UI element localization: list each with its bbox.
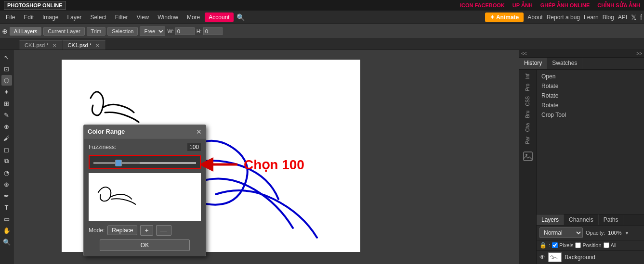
panel-cha[interactable]: Cha	[524, 121, 531, 134]
all-check[interactable]: All	[604, 242, 617, 248]
menu-api[interactable]: API	[618, 14, 627, 21]
menu-filter[interactable]: Filter	[111, 13, 132, 22]
panel-collapse-right[interactable]: >>	[636, 51, 642, 56]
menu-layer[interactable]: Layer	[63, 13, 85, 22]
clone-stamp-tool[interactable]: ⊛	[1, 179, 12, 189]
pixels-check[interactable]: Pixels	[552, 242, 573, 248]
color-range-dialog: Color Range ✕ Fuzziness: 100	[83, 125, 206, 256]
tab-0[interactable]: CK1.psd * ✕	[19, 40, 63, 50]
menu-image[interactable]: Image	[39, 13, 62, 22]
blend-mode-select[interactable]: Normal	[539, 227, 583, 238]
layer-controls: Normal Opacity: 100% ▼	[537, 226, 644, 240]
right-panel: << >> History Swatches Inf Pro CSS Bru C…	[519, 50, 644, 264]
menu-about[interactable]: About	[527, 14, 542, 21]
panel-sidebar: Inf Pro CSS Bru Cha Par	[519, 70, 537, 264]
mode-sub-button[interactable]: —	[156, 225, 171, 236]
tab-1[interactable]: CK1.psd * ✕	[63, 40, 106, 50]
eyedropper-tool[interactable]: ✎	[1, 110, 12, 120]
brand-link-icon-fb[interactable]: ICON FACEBOOK	[460, 2, 505, 9]
history-crop[interactable]: Crop Tool	[539, 110, 642, 120]
layer-thumbnail	[548, 252, 562, 262]
tab-close-1[interactable]: ✕	[94, 43, 100, 48]
w-input[interactable]	[175, 27, 195, 35]
eraser-tool[interactable]: ◻	[1, 144, 12, 155]
facebook-icon[interactable]: f	[640, 13, 642, 21]
svg-rect-4	[524, 152, 532, 161]
pen-tool[interactable]: ✒	[1, 190, 12, 201]
left-toolbar: ↖ ⊡ ⬡ ✦ ⊞ ✎ ⊕ 🖌 ◻ ⧉ ◔ ⊛ ✒ T ▭ ✋ 🔍	[0, 50, 13, 264]
paint-bucket-tool[interactable]: ⧉	[1, 156, 12, 166]
panel-css[interactable]: CSS	[524, 94, 531, 108]
selection-button[interactable]: Selection	[107, 27, 138, 36]
menu-window[interactable]: Window	[154, 13, 182, 22]
tab-paths[interactable]: Paths	[599, 214, 624, 225]
history-swatches-tabs: History Swatches	[519, 58, 644, 70]
magic-wand-tool[interactable]: ✦	[1, 87, 12, 97]
tab-channels[interactable]: Channels	[564, 214, 599, 225]
panel-pro[interactable]: Pro	[524, 82, 531, 93]
fuzziness-label: Fuzziness:	[89, 144, 116, 151]
opacity-value: 100%	[608, 230, 621, 236]
arrow-tool[interactable]: ↖	[1, 52, 12, 63]
arrow-svg	[201, 155, 240, 174]
menu-more[interactable]: More	[183, 13, 204, 22]
tab-swatches[interactable]: Swatches	[547, 58, 582, 69]
menu-report-bug[interactable]: Report a bug	[547, 14, 580, 21]
menu-learn[interactable]: Learn	[584, 14, 599, 21]
panel-collapse-left[interactable]: <<	[521, 51, 527, 56]
lasso-tool[interactable]: ⬡	[1, 75, 12, 86]
history-rotate-1[interactable]: Rotate	[539, 91, 642, 101]
menu-edit[interactable]: Edit	[20, 13, 38, 22]
canvas-area[interactable]: Color Range ✕ Fuzziness: 100	[13, 50, 519, 264]
layer-row[interactable]: 👁 Background	[537, 251, 644, 264]
hand-tool[interactable]: ✋	[1, 225, 12, 236]
mode-select[interactable]: Free	[140, 26, 165, 36]
crop-tool[interactable]: ⊞	[1, 98, 12, 109]
trim-button[interactable]: Trim	[87, 27, 106, 36]
position-check[interactable]: Position	[575, 242, 601, 248]
animate-button[interactable]: ✦ Animate	[485, 13, 524, 22]
blur-tool[interactable]: ◔	[1, 167, 12, 178]
fuzziness-value: 100	[187, 143, 201, 151]
panel-image-icon[interactable]	[523, 151, 533, 163]
dialog-body: Fuzziness: 100	[84, 138, 206, 256]
mode-replace-button[interactable]: Replace	[107, 226, 137, 235]
all-layers-button[interactable]: All Layers	[10, 27, 41, 36]
menu-file[interactable]: File	[2, 13, 19, 22]
panel-inf[interactable]: Inf	[524, 72, 531, 81]
history-rotate-2[interactable]: Rotate	[539, 101, 642, 110]
fuzziness-slider[interactable]	[93, 162, 196, 164]
tab-history[interactable]: History	[519, 58, 547, 69]
selection-tool[interactable]: ⊡	[1, 63, 12, 74]
brand-link-chinh-sua[interactable]: CHỈNH SỬA ẢNH	[597, 2, 640, 9]
dialog-close-button[interactable]: ✕	[196, 128, 202, 135]
brand-bar: PHOTOSHOP ONLINE ICON FACEBOOK UP ẢNH GH…	[0, 0, 644, 11]
ok-button[interactable]: OK	[100, 239, 189, 251]
workspace: ↖ ⊡ ⬡ ✦ ⊞ ✎ ⊕ 🖌 ◻ ⧉ ◔ ⊛ ✒ T ▭ ✋ 🔍	[0, 50, 644, 264]
brand-link-ghep[interactable]: GHÉP ẢNH ONLINE	[540, 2, 590, 9]
menu-select[interactable]: Select	[86, 13, 110, 22]
zoom-tool[interactable]: 🔍	[1, 237, 12, 247]
menu-view[interactable]: View	[132, 13, 153, 22]
history-open[interactable]: Open	[539, 72, 642, 81]
brush-tool[interactable]: 🖌	[1, 133, 12, 143]
twitter-icon[interactable]: 𝕏	[631, 13, 636, 21]
menu-blog[interactable]: Blog	[603, 14, 614, 21]
history-rotate-0[interactable]: Rotate	[539, 81, 642, 91]
mode-add-button[interactable]: +	[140, 225, 153, 236]
type-tool[interactable]: T	[1, 202, 12, 213]
annotation-text: Chọn 100	[244, 157, 304, 173]
panel-par[interactable]: Par	[524, 135, 531, 146]
tab-layers[interactable]: Layers	[537, 214, 564, 225]
current-layer-button[interactable]: Current Layer	[43, 27, 84, 36]
healing-tool[interactable]: ⊕	[1, 121, 12, 132]
brand-link-up-anh[interactable]: UP ẢNH	[513, 2, 533, 9]
eye-icon[interactable]: 👁	[539, 254, 545, 261]
tab-close-0[interactable]: ✕	[52, 43, 57, 48]
h-input[interactable]	[203, 27, 223, 35]
opacity-dropdown-icon[interactable]: ▼	[625, 230, 630, 236]
menu-account[interactable]: Account	[205, 13, 233, 22]
search-icon[interactable]: 🔍	[235, 13, 247, 21]
panel-bru[interactable]: Bru	[524, 109, 531, 120]
shape-tool[interactable]: ▭	[1, 214, 12, 224]
